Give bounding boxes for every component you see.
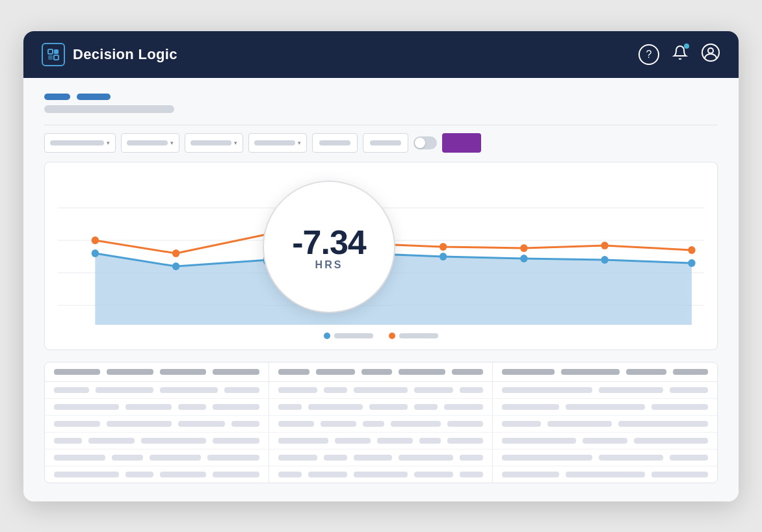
svg-rect-3 [54, 55, 59, 60]
chevron-down-icon-4: ▾ [298, 140, 301, 146]
svg-point-16 [601, 256, 608, 264]
col-2-header-1 [278, 369, 309, 375]
notification-badge [684, 44, 689, 49]
svg-point-17 [688, 259, 695, 267]
header-divider [44, 125, 718, 125]
app-window: Decision Logic ? [23, 31, 739, 501]
table-row [493, 450, 717, 466]
col-2-header-3 [361, 369, 393, 375]
col-3-header-2 [561, 369, 620, 375]
table-col-1 [45, 362, 269, 483]
toggle-switch[interactable] [414, 136, 437, 149]
breadcrumb [44, 94, 718, 100]
filter-select-3[interactable]: ▾ [185, 133, 243, 153]
chart-tooltip: -7.34 HRS [264, 182, 394, 312]
svg-point-18 [92, 236, 99, 244]
svg-point-5 [708, 48, 713, 53]
table-row [269, 450, 493, 466]
chevron-down-icon-1: ▾ [107, 140, 110, 146]
table-row [45, 466, 269, 483]
table-row [45, 382, 269, 399]
filter-select-1[interactable]: ▾ [44, 133, 116, 153]
action-button[interactable] [442, 133, 481, 153]
table-row [493, 433, 717, 450]
table-row [269, 466, 493, 483]
filter-3-placeholder [190, 140, 231, 146]
header-left: Decision Logic [42, 43, 177, 66]
filter-select-2[interactable]: ▾ [121, 133, 179, 153]
filter-button-2[interactable] [363, 133, 408, 153]
col-3-header-3 [626, 369, 667, 375]
col-2-header-2 [316, 369, 355, 375]
filter-2-placeholder [127, 140, 168, 146]
svg-point-14 [440, 253, 447, 260]
table-row [45, 399, 269, 416]
chevron-down-icon-2: ▾ [170, 140, 174, 146]
filter-1-placeholder [50, 140, 104, 146]
filter-btn-2-label [370, 140, 401, 146]
table-row [269, 399, 493, 416]
chart-unit: HRS [315, 259, 343, 271]
legend-dot-orange [389, 333, 395, 339]
svg-rect-1 [54, 49, 59, 54]
table-row [493, 382, 717, 399]
chart-value: -7.34 [292, 223, 366, 262]
main-content: ▾ ▾ ▾ ▾ [23, 78, 739, 501]
table-row [493, 416, 717, 433]
notification-icon[interactable] [672, 45, 688, 64]
col-1-header-3 [160, 369, 206, 375]
filter-row: ▾ ▾ ▾ ▾ [44, 133, 718, 153]
page-title [44, 105, 174, 113]
svg-point-23 [520, 244, 527, 252]
help-icon[interactable]: ? [638, 44, 659, 65]
svg-point-15 [520, 255, 527, 262]
legend-dot-blue [324, 333, 330, 339]
header: Decision Logic ? [23, 31, 739, 78]
breadcrumb-item-2 [77, 94, 111, 100]
header-right: ? [638, 43, 720, 66]
legend-item-2 [389, 333, 438, 339]
toggle-knob [415, 138, 425, 148]
svg-point-22 [440, 243, 447, 251]
col-3-header-1 [502, 369, 555, 375]
col-1-header-2 [107, 369, 153, 375]
table-header-3 [493, 362, 717, 382]
user-icon[interactable] [701, 43, 720, 66]
filter-select-4[interactable]: ▾ [248, 133, 307, 153]
col-1-header-4 [213, 369, 259, 375]
legend-label-2 [399, 333, 438, 338]
svg-rect-0 [48, 49, 53, 54]
data-table [44, 362, 718, 483]
svg-point-19 [172, 249, 179, 257]
table-grid [45, 362, 717, 483]
svg-point-24 [601, 242, 608, 249]
chart-area: -7.34 HRS [58, 175, 704, 325]
table-row [493, 399, 717, 416]
col-3-header-4 [673, 369, 708, 375]
chart-legend [58, 333, 704, 339]
filter-button-1[interactable] [312, 133, 358, 153]
svg-point-10 [92, 249, 99, 257]
col-2-header-5 [452, 369, 483, 375]
col-2-header-4 [399, 369, 445, 375]
breadcrumb-item-1 [44, 94, 70, 100]
table-header-2 [269, 362, 493, 382]
table-row [269, 382, 493, 399]
filter-4-placeholder [254, 140, 295, 146]
app-title: Decision Logic [73, 46, 177, 63]
legend-label-1 [334, 333, 373, 338]
table-row [45, 433, 269, 450]
table-header-1 [45, 362, 269, 382]
table-row [269, 433, 493, 450]
chevron-down-icon-3: ▾ [234, 140, 237, 146]
col-1-header-1 [54, 369, 100, 375]
chart-container: -7.34 HRS [44, 162, 718, 350]
svg-rect-2 [48, 55, 53, 60]
filter-btn-1-label [319, 140, 350, 146]
svg-point-25 [688, 246, 695, 254]
legend-item-1 [324, 333, 373, 339]
svg-point-11 [172, 262, 179, 270]
table-col-3 [493, 362, 717, 483]
page-header [44, 94, 718, 113]
app-logo-icon [42, 43, 65, 66]
